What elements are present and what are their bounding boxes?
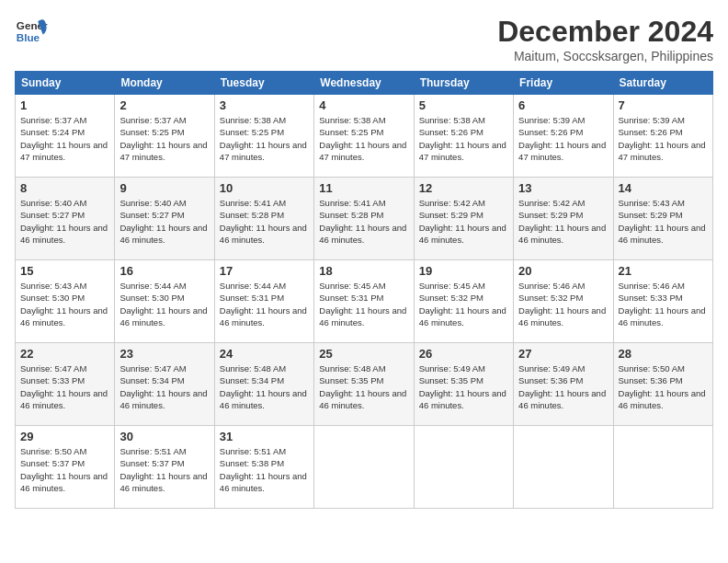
title-area: December 2024 Maitum, Soccsksargen, Phil…	[497, 15, 713, 63]
calendar-cell: 31 Sunrise: 5:51 AMSunset: 5:38 PMDaylig…	[214, 426, 313, 509]
calendar-week-5: 29 Sunrise: 5:50 AMSunset: 5:37 PMDaylig…	[16, 426, 713, 509]
calendar-cell: 2 Sunrise: 5:37 AMSunset: 5:25 PMDayligh…	[115, 95, 214, 178]
day-number: 29	[20, 430, 109, 443]
calendar-cell: 3 Sunrise: 5:38 AMSunset: 5:25 PMDayligh…	[214, 95, 313, 178]
day-number: 16	[119, 264, 209, 278]
day-number: 2	[119, 98, 209, 112]
day-info: Sunrise: 5:43 AMSunset: 5:29 PMDaylight:…	[619, 198, 706, 245]
calendar-cell: 19 Sunrise: 5:45 AMSunset: 5:32 PMDaylig…	[414, 260, 513, 343]
calendar-cell: 12 Sunrise: 5:42 AMSunset: 5:29 PMDaylig…	[414, 178, 513, 260]
day-number: 30	[119, 430, 209, 443]
calendar-cell: 24 Sunrise: 5:48 AMSunset: 5:34 PMDaylig…	[214, 343, 313, 426]
day-info: Sunrise: 5:44 AMSunset: 5:30 PMDaylight:…	[119, 281, 207, 327]
calendar-cell: 9 Sunrise: 5:40 AMSunset: 5:27 PMDayligh…	[115, 178, 214, 260]
day-number: 10	[220, 181, 309, 195]
page-header: General Blue December 2024 Maitum, Soccs…	[15, 15, 713, 63]
day-info: Sunrise: 5:44 AMSunset: 5:31 PMDaylight:…	[220, 281, 307, 327]
day-info: Sunrise: 5:51 AMSunset: 5:37 PMDaylight:…	[119, 446, 207, 493]
calendar-cell: 22 Sunrise: 5:47 AMSunset: 5:33 PMDaylig…	[16, 343, 115, 426]
day-number: 28	[619, 347, 708, 361]
day-info: Sunrise: 5:43 AMSunset: 5:30 PMDaylight:…	[20, 281, 108, 327]
day-info: Sunrise: 5:48 AMSunset: 5:35 PMDaylight:…	[319, 363, 406, 410]
calendar-week-2: 8 Sunrise: 5:40 AMSunset: 5:27 PMDayligh…	[16, 178, 713, 260]
weekday-header-thursday: Thursday	[414, 72, 513, 95]
day-number: 14	[619, 181, 708, 195]
calendar-cell: 29 Sunrise: 5:50 AMSunset: 5:37 PMDaylig…	[16, 426, 115, 509]
calendar-cell: 14 Sunrise: 5:43 AMSunset: 5:29 PMDaylig…	[613, 178, 712, 260]
svg-text:Blue: Blue	[17, 31, 40, 43]
calendar-cell: 8 Sunrise: 5:40 AMSunset: 5:27 PMDayligh…	[16, 178, 115, 260]
calendar-cell	[514, 426, 613, 509]
day-number: 31	[220, 430, 309, 443]
calendar-cell: 6 Sunrise: 5:39 AMSunset: 5:26 PMDayligh…	[514, 95, 613, 178]
location-title: Maitum, Soccsksargen, Philippines	[497, 49, 713, 63]
calendar-cell: 26 Sunrise: 5:49 AMSunset: 5:35 PMDaylig…	[414, 343, 513, 426]
weekday-header-saturday: Saturday	[613, 72, 712, 95]
day-info: Sunrise: 5:47 AMSunset: 5:34 PMDaylight:…	[119, 363, 207, 410]
calendar-cell: 10 Sunrise: 5:41 AMSunset: 5:28 PMDaylig…	[214, 178, 313, 260]
weekday-header-friday: Friday	[514, 72, 613, 95]
day-number: 3	[220, 98, 309, 112]
calendar-cell	[414, 426, 513, 509]
day-info: Sunrise: 5:38 AMSunset: 5:25 PMDaylight:…	[319, 115, 406, 162]
day-info: Sunrise: 5:37 AMSunset: 5:24 PMDaylight:…	[20, 115, 108, 162]
calendar-cell: 18 Sunrise: 5:45 AMSunset: 5:31 PMDaylig…	[314, 260, 414, 343]
logo: General Blue	[15, 15, 48, 48]
weekday-header-sunday: Sunday	[16, 72, 115, 95]
calendar-cell: 27 Sunrise: 5:49 AMSunset: 5:36 PMDaylig…	[514, 343, 613, 426]
day-info: Sunrise: 5:42 AMSunset: 5:29 PMDaylight:…	[419, 198, 506, 245]
day-number: 9	[119, 181, 209, 195]
calendar-cell: 13 Sunrise: 5:42 AMSunset: 5:29 PMDaylig…	[514, 178, 613, 260]
calendar-cell: 30 Sunrise: 5:51 AMSunset: 5:37 PMDaylig…	[115, 426, 214, 509]
day-number: 19	[419, 264, 508, 278]
day-info: Sunrise: 5:46 AMSunset: 5:33 PMDaylight:…	[619, 281, 706, 327]
calendar-table: SundayMondayTuesdayWednesdayThursdayFrid…	[15, 71, 713, 509]
day-info: Sunrise: 5:38 AMSunset: 5:25 PMDaylight:…	[220, 115, 307, 162]
day-info: Sunrise: 5:50 AMSunset: 5:37 PMDaylight:…	[20, 446, 108, 493]
weekday-header-monday: Monday	[115, 72, 214, 95]
day-info: Sunrise: 5:41 AMSunset: 5:28 PMDaylight:…	[319, 198, 406, 245]
day-number: 18	[319, 264, 408, 278]
calendar-cell: 15 Sunrise: 5:43 AMSunset: 5:30 PMDaylig…	[16, 260, 115, 343]
day-info: Sunrise: 5:39 AMSunset: 5:26 PMDaylight:…	[518, 115, 606, 162]
calendar-cell	[613, 426, 712, 509]
day-number: 22	[20, 347, 109, 361]
day-number: 20	[518, 264, 608, 278]
day-number: 11	[319, 181, 408, 195]
day-info: Sunrise: 5:42 AMSunset: 5:29 PMDaylight:…	[518, 198, 606, 245]
day-number: 26	[419, 347, 508, 361]
day-number: 21	[619, 264, 708, 278]
day-number: 13	[518, 181, 608, 195]
day-info: Sunrise: 5:41 AMSunset: 5:28 PMDaylight:…	[220, 198, 307, 245]
day-info: Sunrise: 5:49 AMSunset: 5:35 PMDaylight:…	[419, 363, 506, 410]
day-number: 24	[220, 347, 309, 361]
day-number: 8	[20, 181, 109, 195]
calendar-cell: 25 Sunrise: 5:48 AMSunset: 5:35 PMDaylig…	[314, 343, 414, 426]
calendar-cell: 7 Sunrise: 5:39 AMSunset: 5:26 PMDayligh…	[613, 95, 712, 178]
day-info: Sunrise: 5:38 AMSunset: 5:26 PMDaylight:…	[419, 115, 506, 162]
day-number: 7	[619, 98, 708, 112]
calendar-cell: 11 Sunrise: 5:41 AMSunset: 5:28 PMDaylig…	[314, 178, 414, 260]
day-number: 23	[119, 347, 209, 361]
day-number: 15	[20, 264, 109, 278]
day-info: Sunrise: 5:45 AMSunset: 5:31 PMDaylight:…	[319, 281, 406, 327]
calendar-cell: 16 Sunrise: 5:44 AMSunset: 5:30 PMDaylig…	[115, 260, 214, 343]
calendar-cell: 28 Sunrise: 5:50 AMSunset: 5:36 PMDaylig…	[613, 343, 712, 426]
calendar-week-4: 22 Sunrise: 5:47 AMSunset: 5:33 PMDaylig…	[16, 343, 713, 426]
day-number: 17	[220, 264, 309, 278]
day-info: Sunrise: 5:39 AMSunset: 5:26 PMDaylight:…	[619, 115, 706, 162]
day-info: Sunrise: 5:49 AMSunset: 5:36 PMDaylight:…	[518, 363, 606, 410]
calendar-cell: 5 Sunrise: 5:38 AMSunset: 5:26 PMDayligh…	[414, 95, 513, 178]
day-number: 5	[419, 98, 508, 112]
weekday-header-wednesday: Wednesday	[314, 72, 414, 95]
day-info: Sunrise: 5:50 AMSunset: 5:36 PMDaylight:…	[619, 363, 706, 410]
day-number: 4	[319, 98, 408, 112]
calendar-cell: 4 Sunrise: 5:38 AMSunset: 5:25 PMDayligh…	[314, 95, 414, 178]
day-info: Sunrise: 5:51 AMSunset: 5:38 PMDaylight:…	[220, 446, 307, 493]
logo-icon: General Blue	[15, 15, 48, 48]
day-info: Sunrise: 5:47 AMSunset: 5:33 PMDaylight:…	[20, 363, 108, 410]
day-info: Sunrise: 5:37 AMSunset: 5:25 PMDaylight:…	[119, 115, 207, 162]
day-info: Sunrise: 5:46 AMSunset: 5:32 PMDaylight:…	[518, 281, 606, 327]
month-title: December 2024	[497, 15, 713, 49]
day-number: 12	[419, 181, 508, 195]
